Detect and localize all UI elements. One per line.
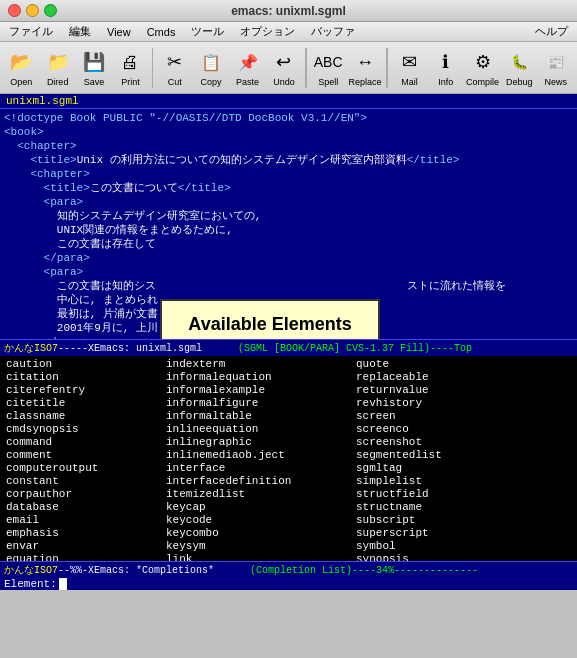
paste-icon: 📌 — [234, 48, 262, 76]
completions-area[interactable]: caution indexterm quote citation informa… — [0, 356, 577, 561]
editor-line-10: この文書は存在して — [4, 237, 573, 251]
comp-interface[interactable]: interface — [164, 462, 354, 475]
comp-citation[interactable]: citation — [4, 371, 164, 384]
comp-screenco[interactable]: screenco — [354, 423, 524, 436]
comp-computeroutput[interactable]: computeroutput — [4, 462, 164, 475]
comp-comment[interactable]: comment — [4, 449, 164, 462]
menu-help[interactable]: ヘルプ — [531, 23, 572, 40]
comp-email[interactable]: email — [4, 514, 164, 527]
comp-inlinegraphic[interactable]: inlinegraphic — [164, 436, 354, 449]
status-bar-2-kana: かんなISO7 — [4, 565, 58, 576]
available-elements-tooltip: Available Elements — [160, 299, 380, 339]
comp-keysym[interactable]: keysym — [164, 540, 354, 553]
comp-inlinemediaobject[interactable]: inlinemediaob.ject — [164, 449, 354, 462]
comp-indexterm[interactable]: indexterm — [164, 358, 354, 371]
comp-corpauthor[interactable]: corpauthor — [4, 488, 164, 501]
toolbar-separator2 — [305, 48, 307, 88]
comp-equation[interactable]: equation — [4, 553, 164, 561]
cursor — [59, 578, 67, 590]
comp-emphasis[interactable]: emphasis — [4, 527, 164, 540]
comp-informalexample[interactable]: informalexample — [164, 384, 354, 397]
menu-cmds[interactable]: Cmds — [143, 25, 180, 39]
comp-inlineequation[interactable]: inlineequation — [164, 423, 354, 436]
comp-quote[interactable]: quote — [354, 358, 524, 371]
undo-button[interactable]: ↩ Undo — [267, 45, 301, 91]
comp-cmdsynopsis[interactable]: cmdsynopsis — [4, 423, 164, 436]
dired-icon: 📁 — [44, 48, 72, 76]
comp-keycap[interactable]: keycap — [164, 501, 354, 514]
mail-button[interactable]: ✉ Mail — [392, 45, 426, 91]
comp-itemizedlist[interactable]: itemizedlist — [164, 488, 354, 501]
comp-symbol[interactable]: symbol — [354, 540, 524, 553]
editor-line-1: <!doctype Book PUBLIC "-//OASIS//DTD Doc… — [4, 111, 573, 125]
comp-keycombo[interactable]: keycombo — [164, 527, 354, 540]
completions-grid: caution indexterm quote citation informa… — [4, 358, 573, 561]
comp-replaceable[interactable]: replaceable — [354, 371, 524, 384]
copy-icon: 📋 — [197, 48, 225, 76]
comp-revhistory[interactable]: revhistory — [354, 397, 524, 410]
close-button[interactable] — [8, 4, 21, 17]
comp-envar[interactable]: envar — [4, 540, 164, 553]
comp-synopsis[interactable]: synopsis — [354, 553, 524, 561]
menu-buffer[interactable]: バッファ — [307, 23, 359, 40]
comp-citerefentry[interactable]: citerefentry — [4, 384, 164, 397]
dired-button[interactable]: 📁 Dired — [40, 45, 74, 91]
comp-link[interactable]: link — [164, 553, 354, 561]
compile-button[interactable]: ⚙ Compile — [465, 45, 500, 91]
copy-button[interactable]: 📋 Copy — [194, 45, 228, 91]
comp-citetitle[interactable]: citetitle — [4, 397, 164, 410]
editor-line-11: </para> — [4, 251, 573, 265]
comp-informalequation[interactable]: informalequation — [164, 371, 354, 384]
comp-simplelist[interactable]: simplelist — [354, 475, 524, 488]
title-bar: emacs: unixml.sgml — [0, 0, 577, 22]
comp-structfield[interactable]: structfield — [354, 488, 524, 501]
comp-keycode[interactable]: keycode — [164, 514, 354, 527]
comp-caution[interactable]: caution — [4, 358, 164, 371]
comp-screen[interactable]: screen — [354, 410, 524, 423]
news-button[interactable]: 📰 News — [539, 45, 573, 91]
comp-sgmltag[interactable]: sgmltag — [354, 462, 524, 475]
paste-button[interactable]: 📌 Paste — [230, 45, 264, 91]
comp-screenshot[interactable]: screenshot — [354, 436, 524, 449]
comp-informalfigure[interactable]: informalfigure — [164, 397, 354, 410]
menu-edit[interactable]: 編集 — [65, 23, 95, 40]
editor-content[interactable]: <!doctype Book PUBLIC "-//OASIS//DTD Doc… — [0, 109, 577, 339]
editor-wrapper: unixml.sgml <!doctype Book PUBLIC "-//OA… — [0, 94, 577, 339]
comp-classname[interactable]: classname — [4, 410, 164, 423]
comp-segmentedlist[interactable]: segmentedlist — [354, 449, 524, 462]
menu-bar: ファイル 編集 View Cmds ツール オプション バッファ ヘルプ — [0, 22, 577, 42]
cut-button[interactable]: ✂ Cut — [157, 45, 191, 91]
editor-tab[interactable]: unixml.sgml — [0, 94, 577, 109]
comp-constant[interactable]: constant — [4, 475, 164, 488]
comp-subscript[interactable]: subscript — [354, 514, 524, 527]
menu-options[interactable]: オプション — [236, 23, 299, 40]
status-bar-1: かんなISO7-----XEmacs: unixml.sgml (SGML [B… — [0, 339, 577, 356]
comp-interfacedefinition[interactable]: interfacedefinition — [164, 475, 354, 488]
bottom-input-bar: Element: — [0, 578, 577, 590]
save-button[interactable]: 💾 Save — [77, 45, 111, 91]
replace-button[interactable]: ↔ Replace — [347, 45, 382, 91]
status-bar-1-left: かんなISO7 — [4, 343, 58, 354]
undo-icon: ↩ — [270, 48, 298, 76]
comp-informaltable[interactable]: informaltable — [164, 410, 354, 423]
menu-tools[interactable]: ツール — [187, 23, 228, 40]
spell-button[interactable]: ABC Spell — [311, 45, 345, 91]
comp-structname[interactable]: structname — [354, 501, 524, 514]
maximize-button[interactable] — [44, 4, 57, 17]
toolbar-separator3 — [386, 48, 388, 88]
comp-superscript[interactable]: superscript — [354, 527, 524, 540]
debug-button[interactable]: 🐛 Debug — [502, 45, 536, 91]
comp-returnvalue[interactable]: returnvalue — [354, 384, 524, 397]
info-button[interactable]: ℹ Info — [429, 45, 463, 91]
window-controls — [8, 4, 57, 17]
minimize-button[interactable] — [26, 4, 39, 17]
comp-database[interactable]: database — [4, 501, 164, 514]
info-icon: ℹ — [432, 48, 460, 76]
news-icon: 📰 — [542, 48, 570, 76]
menu-view[interactable]: View — [103, 25, 135, 39]
menu-file[interactable]: ファイル — [5, 23, 57, 40]
comp-command[interactable]: command — [4, 436, 164, 449]
editor-line-13: この文書は知的シスxxxxxxxxxxxxxxxxxxxxxxxxxxxxxxx… — [4, 279, 573, 293]
open-button[interactable]: 📂 Open — [4, 45, 38, 91]
print-button[interactable]: 🖨 Print — [113, 45, 147, 91]
